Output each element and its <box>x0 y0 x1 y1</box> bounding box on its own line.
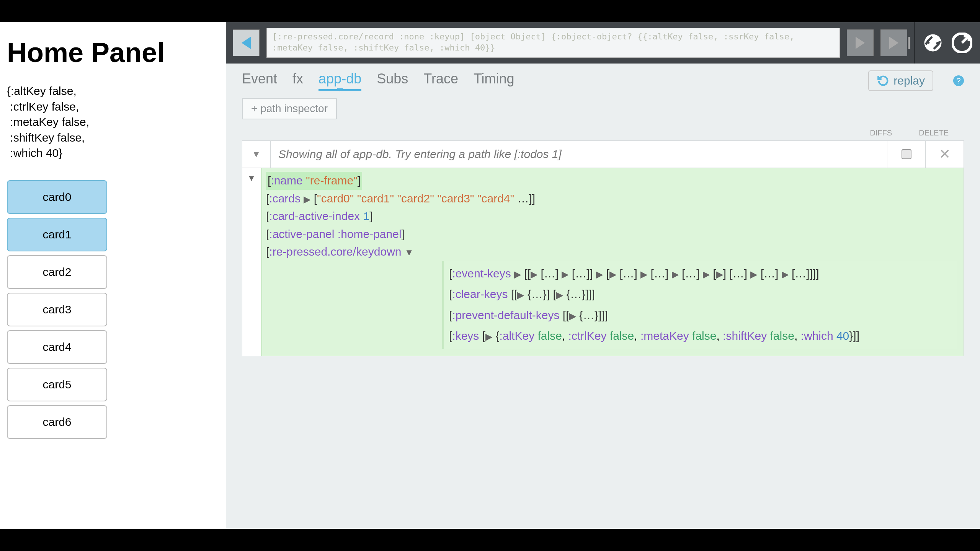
tab-app-db[interactable]: app-db <box>318 71 361 91</box>
current-event-display: [:re-pressed.core/record :none :keyup] [… <box>266 28 840 58</box>
event-toolbar: [:re-pressed.core/record :none :keyup] [… <box>226 22 980 64</box>
app-db-tree: ▼ [:name "re-frame"] [:cards ▶ ["card0" … <box>242 168 964 356</box>
skip-end-icon <box>889 37 898 49</box>
delete-inspector-button[interactable]: ✕ <box>939 146 951 162</box>
page-title: Home Panel <box>7 37 219 68</box>
home-panel: Home Panel {:altKey false, :ctrlKey fals… <box>0 22 226 529</box>
card-button-card0[interactable]: card0 <box>7 180 107 214</box>
tree-row-card-active-index: [:card-active-index 1] <box>266 207 957 225</box>
card-list: card0card1card2card3card4card5card6 <box>7 180 219 439</box>
tab-timing[interactable]: Timing <box>474 71 514 91</box>
settings-icon[interactable] <box>922 32 944 54</box>
collapse-toggle[interactable]: ▼ <box>242 141 271 168</box>
path-inspector-row: ▼ Showing all of app-db. Try entering a … <box>242 140 964 168</box>
devtools-panel: [:re-pressed.core/record :none :keyup] [… <box>226 22 980 529</box>
next-event-button[interactable] <box>847 29 874 56</box>
card-button-card1[interactable]: card1 <box>7 218 107 251</box>
tab-fx[interactable]: fx <box>292 71 303 91</box>
replay-icon <box>877 74 890 87</box>
card-button-card3[interactable]: card3 <box>7 293 107 326</box>
tab-subs[interactable]: Subs <box>377 71 408 91</box>
tree-row-cards: [:cards ▶ ["card0" "card1" "card2" "card… <box>266 190 957 208</box>
path-input[interactable]: Showing all of app-db. Try entering a pa… <box>271 141 887 168</box>
diffs-checkbox[interactable] <box>902 149 911 159</box>
tab-trace[interactable]: Trace <box>423 71 458 91</box>
tree-row-event-keys: [:event-keys ▶ [[▶ […] ▶ […]] ▶ [▶ […] ▶… <box>449 263 951 284</box>
expand-icon[interactable]: ▶ <box>304 194 310 204</box>
card-button-card6[interactable]: card6 <box>7 405 107 439</box>
collapse-icon[interactable]: ▼ <box>405 247 414 258</box>
prev-event-button[interactable] <box>233 29 260 56</box>
toolbar-divider <box>914 22 915 64</box>
last-event-button[interactable] <box>880 29 907 56</box>
delete-header: DELETE <box>919 129 949 137</box>
replay-label: replay <box>893 74 925 87</box>
add-path-inspector-button[interactable]: + path inspector <box>242 98 337 119</box>
tree-row-keydown: [:re-pressed.core/keydown ▼ [:event-keys… <box>266 243 957 349</box>
replay-button[interactable]: replay <box>868 70 933 91</box>
keymap-display: {:altKey false, :ctrlKey false, :metaKey… <box>7 83 219 161</box>
triangle-left-icon <box>242 37 251 49</box>
tabs-row: Eventfxapp-dbSubsTraceTiming replay ? <box>226 64 980 98</box>
triangle-right-icon <box>856 37 865 49</box>
tree-row-prevent-default-keys: [:prevent-default-keys [[▶ {…}]]] <box>449 305 951 326</box>
tree-collapse-toggle[interactable]: ▼ <box>242 168 261 356</box>
tree-row-name: [:name "re-frame"] <box>266 172 362 190</box>
tree-row-active-panel: [:active-panel :home-panel] <box>266 225 957 243</box>
card-button-card2[interactable]: card2 <box>7 255 107 289</box>
popout-icon[interactable] <box>951 32 973 54</box>
card-button-card5[interactable]: card5 <box>7 368 107 401</box>
diffs-header: DIFFS <box>870 129 892 137</box>
tab-event[interactable]: Event <box>242 71 277 91</box>
card-button-card4[interactable]: card4 <box>7 330 107 364</box>
help-icon[interactable]: ? <box>953 75 964 86</box>
tree-row-keys: [:keys [▶ {:altKey false, :ctrlKey false… <box>449 326 951 347</box>
tree-row-clear-keys: [:clear-keys [[▶ {…}] [▶ {…}]]] <box>449 284 951 305</box>
